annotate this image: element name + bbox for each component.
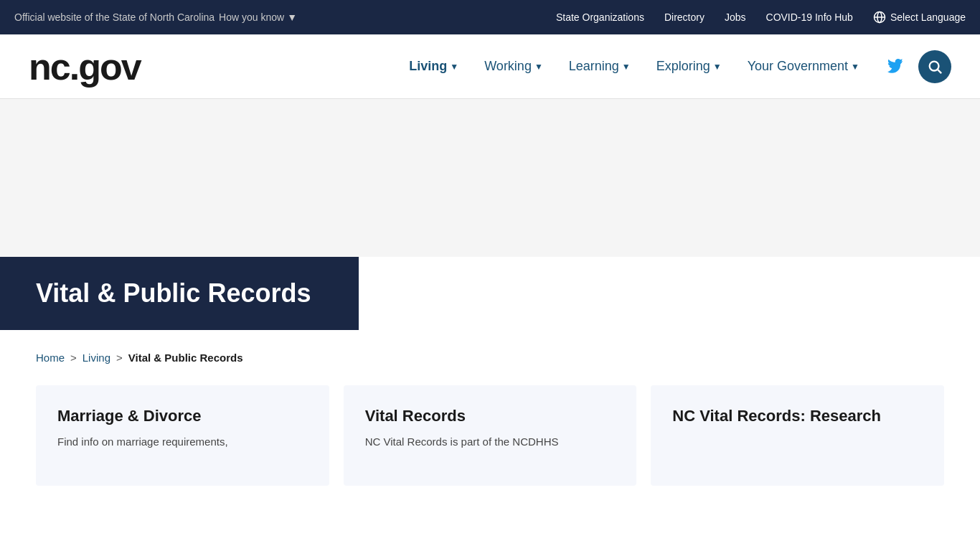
card-description: Find info on marriage requirements,	[57, 434, 308, 451]
top-bar-right: State Organizations Directory Jobs COVID…	[556, 11, 966, 24]
cards-row: Marriage & Divorce Find info on marriage…	[36, 385, 944, 486]
page-title-banner: Vital & Public Records	[0, 257, 359, 330]
official-text: Official website of the State of North C…	[14, 11, 215, 23]
chevron-down-icon: ▼	[851, 62, 859, 72]
nav-item-exploring[interactable]: Exploring ▼	[646, 53, 732, 80]
select-language[interactable]: Select Language	[873, 11, 966, 24]
card-title: Marriage & Divorce	[57, 407, 308, 425]
breadcrumb: Home > Living > Vital & Public Records	[36, 352, 944, 364]
content-area: Home > Living > Vital & Public Records M…	[0, 330, 980, 507]
twitter-icon	[887, 59, 903, 75]
nav-item-working[interactable]: Working ▼	[474, 53, 553, 80]
site-logo[interactable]: nc.gov	[29, 48, 141, 85]
breadcrumb-home[interactable]: Home	[36, 352, 65, 364]
chevron-down-icon: ▼	[713, 62, 722, 72]
globe-icon	[873, 11, 886, 24]
card-marriage-divorce: Marriage & Divorce Find info on marriage…	[36, 385, 329, 486]
breadcrumb-separator-2: >	[116, 352, 123, 364]
card-title: NC Vital Records: Research	[672, 407, 923, 425]
top-bar-left: Official website of the State of North C…	[14, 11, 297, 23]
search-icon	[927, 59, 943, 75]
how-you-know-label: How you know	[219, 11, 284, 23]
top-bar: Official website of the State of North C…	[0, 0, 980, 34]
nav-item-living[interactable]: Living ▼	[399, 53, 468, 80]
state-organizations-link[interactable]: State Organizations	[556, 11, 644, 23]
how-you-know-link[interactable]: How you know ▼	[219, 11, 297, 23]
hero-area	[0, 99, 980, 257]
chevron-down-icon: ▼	[450, 62, 458, 72]
select-language-label: Select Language	[890, 11, 966, 23]
covid-info-hub-link[interactable]: COVID-19 Info Hub	[766, 11, 853, 23]
directory-link[interactable]: Directory	[664, 11, 705, 23]
card-vital-records: Vital Records NC Vital Records is part o…	[344, 385, 637, 486]
nav-right: Living ▼ Working ▼ Learning ▼ Exploring …	[399, 50, 951, 83]
nav-item-learning[interactable]: Learning ▼	[559, 53, 641, 80]
main-nav: nc.gov Living ▼ Working ▼ Learning ▼ Exp…	[0, 34, 980, 99]
twitter-button[interactable]	[881, 52, 910, 81]
svg-line-4	[938, 70, 941, 73]
card-nc-vital-records-research: NC Vital Records: Research	[651, 385, 944, 486]
breadcrumb-separator-1: >	[70, 352, 77, 364]
chevron-down-icon: ▼	[622, 62, 631, 72]
search-button[interactable]	[918, 50, 951, 83]
chevron-down-icon: ▼	[534, 62, 543, 72]
svg-point-3	[930, 61, 939, 70]
page-title: Vital & Public Records	[36, 278, 323, 309]
card-description: NC Vital Records is part of the NCDHHS	[365, 434, 616, 451]
nav-item-your-government[interactable]: Your Government ▼	[738, 53, 870, 80]
card-title: Vital Records	[365, 407, 616, 425]
breadcrumb-living[interactable]: Living	[83, 352, 110, 364]
jobs-link[interactable]: Jobs	[725, 11, 746, 23]
chevron-down-icon: ▼	[287, 11, 297, 23]
breadcrumb-current: Vital & Public Records	[128, 352, 243, 364]
